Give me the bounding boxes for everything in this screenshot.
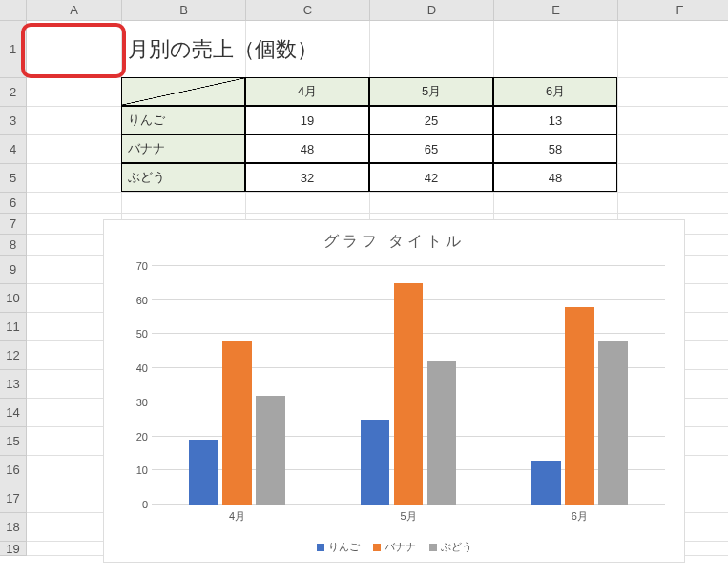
cell-F1[interactable]: [618, 21, 728, 78]
row-header-6[interactable]: 6: [0, 193, 27, 214]
bar-ぶどう-6月[interactable]: [598, 341, 627, 505]
legend-item-りんご[interactable]: りんご: [317, 540, 360, 554]
cell-E6[interactable]: [494, 193, 618, 214]
cell-A5[interactable]: [27, 164, 122, 193]
table-row-header-0[interactable]: りんご: [121, 106, 245, 134]
row-header-14[interactable]: 14: [0, 399, 27, 427]
cell-A3[interactable]: [27, 107, 122, 135]
row-header-17[interactable]: 17: [0, 484, 27, 513]
cell-F5[interactable]: [618, 164, 728, 193]
bar-バナナ-5月[interactable]: [394, 283, 423, 505]
legend-label: バナナ: [385, 540, 416, 554]
bar-バナナ-6月[interactable]: [565, 307, 593, 505]
table-value-r2-c1[interactable]: 42: [369, 163, 493, 192]
legend-swatch-icon: [429, 544, 437, 551]
bar-ぶどう-4月[interactable]: [256, 396, 284, 505]
bar-ぶどう-5月[interactable]: [427, 361, 456, 505]
x-tick-2: 6月: [572, 509, 588, 524]
cell-F6[interactable]: [618, 193, 728, 214]
legend-item-バナナ[interactable]: バナナ: [373, 540, 416, 554]
column-header-d[interactable]: D: [370, 0, 494, 21]
legend-item-ぶどう[interactable]: ぶどう: [429, 540, 472, 554]
table-value-r1-c2[interactable]: 58: [493, 134, 617, 163]
x-tick-0: 4月: [229, 509, 245, 524]
column-header-b[interactable]: B: [122, 0, 246, 21]
column-header-c[interactable]: C: [246, 0, 370, 21]
cell-A6[interactable]: [27, 193, 122, 214]
y-tick-30: 30: [123, 397, 148, 408]
table-value-r1-c1[interactable]: 65: [369, 134, 493, 163]
row-header-10[interactable]: 10: [0, 284, 27, 313]
table-col-header-2[interactable]: 6月: [493, 77, 617, 106]
y-tick-0: 0: [123, 499, 148, 510]
row-header-12[interactable]: 12: [0, 341, 27, 370]
legend-label: りんご: [328, 540, 360, 554]
row-header-4[interactable]: 4: [0, 135, 27, 164]
row-header-3[interactable]: 3: [0, 107, 27, 135]
x-tick-1: 5月: [400, 509, 416, 524]
row-header-18[interactable]: 18: [0, 513, 27, 542]
cell-C6[interactable]: [246, 193, 370, 214]
row-header-1[interactable]: 1: [0, 21, 27, 78]
row-header-9[interactable]: 9: [0, 256, 27, 284]
bar-りんご-4月[interactable]: [189, 440, 218, 505]
table-row-header-2[interactable]: ぶどう: [121, 163, 245, 192]
row-header-8[interactable]: 8: [0, 235, 27, 256]
y-tick-20: 20: [123, 431, 148, 443]
legend-swatch-icon: [373, 544, 381, 551]
column-header-f[interactable]: F: [618, 0, 728, 21]
cell-A4[interactable]: [27, 135, 122, 164]
row-header-16[interactable]: 16: [0, 456, 27, 484]
column-headers-row: ABCDEF: [0, 0, 728, 21]
table-col-header-0[interactable]: 4月: [245, 77, 369, 106]
cell-A2[interactable]: [27, 78, 122, 107]
bar-りんご-5月[interactable]: [361, 420, 389, 505]
table-value-r1-c0[interactable]: 48: [245, 134, 369, 163]
chart-title[interactable]: グラフ タイトル: [104, 220, 684, 259]
column-header-a[interactable]: A: [27, 0, 122, 21]
y-tick-60: 60: [123, 295, 148, 306]
y-tick-50: 50: [123, 328, 148, 340]
table-col-header-1[interactable]: 5月: [369, 77, 493, 106]
row-header-11[interactable]: 11: [0, 313, 27, 341]
column-header-e[interactable]: E: [494, 0, 618, 21]
cell-D6[interactable]: [370, 193, 494, 214]
cell-F4[interactable]: [618, 135, 728, 164]
bar-りんご-6月[interactable]: [531, 461, 560, 505]
cell-F3[interactable]: [618, 107, 728, 135]
row-header-5[interactable]: 5: [0, 164, 27, 193]
table-corner[interactable]: [121, 77, 245, 106]
table-value-r2-c2[interactable]: 48: [493, 163, 617, 192]
cells-area: 月別の売上（個数）4月5月6月りんご192513バナナ486558ぶどう3242…: [27, 21, 150, 49]
select-all-corner[interactable]: [0, 0, 27, 21]
title-cell[interactable]: 月別の売上（個数）: [122, 21, 618, 78]
table-value-r0-c2[interactable]: 13: [493, 106, 617, 134]
gridline-70: [152, 265, 665, 266]
row-header-7[interactable]: 7: [0, 214, 27, 235]
chart-plot-area[interactable]: 0102030405060704月5月6月: [152, 266, 665, 505]
table-value-r0-c1[interactable]: 25: [369, 106, 493, 134]
row-header-2[interactable]: 2: [0, 78, 27, 107]
bar-バナナ-4月[interactable]: [222, 341, 251, 505]
legend-label: ぶどう: [441, 540, 472, 554]
y-tick-40: 40: [123, 362, 148, 374]
cell-A1[interactable]: [27, 21, 122, 78]
cell-F2[interactable]: [618, 78, 728, 107]
row-header-19[interactable]: 19: [0, 542, 27, 556]
row-headers-column: 12345678910111213141516171819: [0, 21, 27, 556]
table-row-header-1[interactable]: バナナ: [121, 134, 245, 163]
legend-swatch-icon: [317, 544, 324, 551]
chart-legend[interactable]: りんごバナナぶどう: [104, 540, 684, 554]
y-tick-70: 70: [123, 260, 148, 272]
table-value-r2-c0[interactable]: 32: [245, 163, 369, 192]
row-header-15[interactable]: 15: [0, 427, 27, 456]
y-tick-10: 10: [123, 464, 148, 476]
cell-B6[interactable]: [122, 193, 246, 214]
embedded-chart[interactable]: グラフ タイトル 0102030405060704月5月6月 りんごバナナぶどう: [103, 219, 685, 563]
table-value-r0-c0[interactable]: 19: [245, 106, 369, 134]
row-header-13[interactable]: 13: [0, 370, 27, 399]
